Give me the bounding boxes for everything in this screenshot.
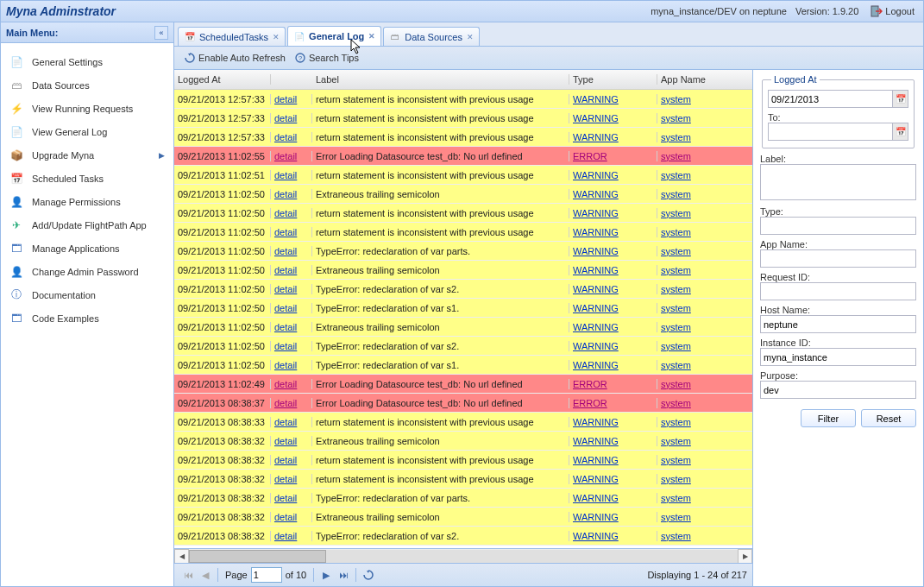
- detail-link[interactable]: detail: [274, 113, 297, 123]
- grid-row[interactable]: 09/21/2013 11:02:50detailTypeError: rede…: [174, 280, 752, 299]
- type-link[interactable]: WARNING: [573, 531, 619, 541]
- grid-row[interactable]: 09/21/2013 11:02:50detailExtraneous trai…: [174, 318, 752, 337]
- grid-row[interactable]: 09/21/2013 11:02:50detailreturn statemen…: [174, 204, 752, 223]
- prev-page-button[interactable]: ◀: [198, 568, 212, 582]
- last-page-button[interactable]: ⏭: [336, 568, 350, 582]
- scroll-right-button[interactable]: ▶: [738, 549, 752, 564]
- date-to-picker-button[interactable]: 📅: [893, 123, 908, 141]
- grid-row[interactable]: 09/21/2013 11:02:51detailreturn statemen…: [174, 166, 752, 185]
- page-input[interactable]: [251, 567, 282, 583]
- request-id-input[interactable]: [760, 282, 916, 300]
- grid-row[interactable]: 09/21/2013 12:57:33detailreturn statemen…: [174, 109, 752, 128]
- app-link[interactable]: system: [661, 493, 691, 503]
- detail-link[interactable]: detail: [274, 379, 297, 389]
- detail-link[interactable]: detail: [274, 398, 297, 408]
- menu-item-general-settings[interactable]: 📄General Settings: [1, 50, 173, 73]
- app-link[interactable]: system: [661, 303, 691, 313]
- menu-item-code-examples[interactable]: 🗔Code Examples: [1, 306, 173, 330]
- app-link[interactable]: system: [661, 531, 691, 541]
- type-link[interactable]: WARNING: [573, 246, 619, 256]
- detail-link[interactable]: detail: [274, 341, 297, 351]
- type-link[interactable]: WARNING: [573, 227, 619, 237]
- menu-item-add-update-flightpath-app[interactable]: ✈Add/Update FlightPath App: [1, 213, 173, 237]
- app-link[interactable]: system: [661, 379, 691, 389]
- grid-row[interactable]: 09/21/2013 11:02:49detailError Loading D…: [174, 375, 752, 394]
- type-link[interactable]: WARNING: [573, 208, 619, 218]
- app-link[interactable]: system: [661, 227, 691, 237]
- grid-row[interactable]: 09/21/2013 08:38:37detailError Loading D…: [174, 394, 752, 413]
- grid-row[interactable]: 09/21/2013 08:38:33detailreturn statemen…: [174, 413, 752, 432]
- detail-link[interactable]: detail: [274, 322, 297, 332]
- grid-row[interactable]: 09/21/2013 08:38:32detailTypeError: rede…: [174, 527, 752, 546]
- logout-button[interactable]: Logout: [867, 5, 918, 17]
- app-link[interactable]: system: [661, 455, 691, 465]
- type-link[interactable]: WARNING: [573, 493, 619, 503]
- type-link[interactable]: WARNING: [573, 474, 619, 484]
- reset-button[interactable]: Reset: [861, 409, 916, 427]
- detail-link[interactable]: detail: [274, 436, 297, 446]
- menu-item-view-running-requests[interactable]: ⚡View Running Requests: [1, 97, 173, 120]
- app-link[interactable]: system: [661, 512, 691, 522]
- app-link[interactable]: system: [661, 208, 691, 218]
- type-link[interactable]: WARNING: [573, 417, 619, 427]
- type-link[interactable]: ERROR: [573, 151, 607, 161]
- horizontal-scrollbar[interactable]: ◀ ▶: [174, 548, 752, 563]
- grid-row[interactable]: 09/21/2013 11:02:50detailTypeError: rede…: [174, 242, 752, 261]
- tab-general-log[interactable]: 📄General Log✕: [287, 26, 381, 46]
- menu-item-documentation[interactable]: ⓘDocumentation: [1, 283, 173, 306]
- host-name-input[interactable]: [760, 315, 916, 333]
- filter-button[interactable]: Filter: [801, 409, 856, 427]
- type-link[interactable]: WARNING: [573, 113, 619, 123]
- grid-header[interactable]: Logged At Label Type App Name: [174, 70, 752, 90]
- detail-link[interactable]: detail: [274, 303, 297, 313]
- type-link[interactable]: WARNING: [573, 94, 619, 104]
- type-link[interactable]: WARNING: [573, 284, 619, 294]
- tab-close-icon[interactable]: ✕: [273, 33, 280, 41]
- detail-link[interactable]: detail: [274, 284, 297, 294]
- date-from-input[interactable]: [768, 90, 893, 108]
- detail-link[interactable]: detail: [274, 455, 297, 465]
- detail-link[interactable]: detail: [274, 512, 297, 522]
- grid-row[interactable]: 09/21/2013 11:02:50detailTypeError: rede…: [174, 337, 752, 356]
- app-link[interactable]: system: [661, 132, 691, 142]
- grid-body[interactable]: 09/21/2013 12:57:33detailreturn statemen…: [174, 90, 752, 548]
- next-page-button[interactable]: ▶: [319, 568, 333, 582]
- grid-row[interactable]: 09/21/2013 11:02:50detailTypeError: rede…: [174, 356, 752, 375]
- detail-link[interactable]: detail: [274, 360, 297, 370]
- label-textarea[interactable]: [760, 164, 916, 200]
- menu-item-data-sources[interactable]: 🗃Data Sources: [1, 73, 173, 97]
- detail-link[interactable]: detail: [274, 132, 297, 142]
- app-link[interactable]: system: [661, 341, 691, 351]
- menu-item-scheduled-tasks[interactable]: 📅Scheduled Tasks: [1, 167, 173, 190]
- scroll-thumb[interactable]: [189, 550, 326, 563]
- detail-link[interactable]: detail: [274, 208, 297, 218]
- enable-auto-refresh-button[interactable]: Enable Auto Refresh: [179, 50, 290, 66]
- type-link[interactable]: WARNING: [573, 341, 619, 351]
- refresh-page-button[interactable]: [361, 568, 375, 582]
- app-link[interactable]: system: [661, 94, 691, 104]
- type-link[interactable]: WARNING: [573, 170, 619, 180]
- grid-row[interactable]: 09/21/2013 11:02:50detailExtraneous trai…: [174, 185, 752, 204]
- menu-item-view-general-log[interactable]: 📄View General Log: [1, 120, 173, 143]
- type-link[interactable]: ERROR: [573, 398, 607, 408]
- detail-link[interactable]: detail: [274, 246, 297, 256]
- detail-link[interactable]: detail: [274, 94, 297, 104]
- app-link[interactable]: system: [661, 360, 691, 370]
- tab-scheduledtasks[interactable]: 📅ScheduledTasks✕: [178, 27, 286, 46]
- scroll-track[interactable]: [189, 550, 738, 563]
- app-link[interactable]: system: [661, 436, 691, 446]
- detail-link[interactable]: detail: [274, 189, 297, 199]
- type-input[interactable]: [760, 217, 916, 235]
- detail-link[interactable]: detail: [274, 227, 297, 237]
- menu-item-upgrade-myna[interactable]: 📦Upgrade Myna▶: [1, 143, 173, 167]
- detail-link[interactable]: detail: [274, 265, 297, 275]
- menu-item-manage-applications[interactable]: 🗔Manage Applications: [1, 237, 173, 260]
- type-link[interactable]: WARNING: [573, 512, 619, 522]
- type-link[interactable]: WARNING: [573, 303, 619, 313]
- grid-row[interactable]: 09/21/2013 11:02:50detailTypeError: rede…: [174, 299, 752, 318]
- app-link[interactable]: system: [661, 246, 691, 256]
- app-link[interactable]: system: [661, 474, 691, 484]
- scroll-left-button[interactable]: ◀: [174, 549, 189, 564]
- app-link[interactable]: system: [661, 398, 691, 408]
- grid-row[interactable]: 09/21/2013 08:38:32detailExtraneous trai…: [174, 508, 752, 527]
